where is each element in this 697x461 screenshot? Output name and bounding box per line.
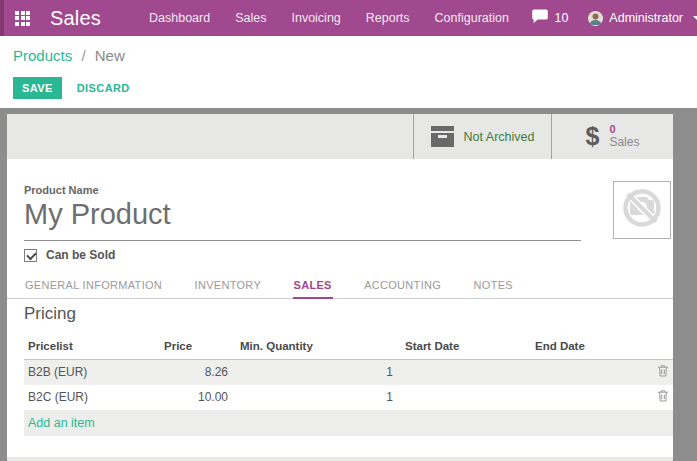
archive-status-button[interactable]: Not Archived bbox=[413, 114, 551, 159]
cell-start-date[interactable] bbox=[397, 360, 527, 385]
sales-stat-stack: 0 Sales bbox=[609, 123, 639, 149]
cell-pricelist[interactable]: B2C (EUR) bbox=[24, 385, 160, 410]
cell-end-date[interactable] bbox=[527, 385, 653, 410]
control-panel: Products / New SAVE DISCARD bbox=[0, 36, 697, 108]
tab-sales[interactable]: SALES bbox=[293, 275, 333, 299]
breadcrumb-products-link[interactable]: Products bbox=[13, 47, 72, 64]
col-header-end-date[interactable]: End Date bbox=[527, 336, 653, 360]
product-name-input[interactable] bbox=[24, 198, 581, 241]
breadcrumb-separator: / bbox=[81, 47, 85, 64]
menu-item-invoicing[interactable]: Invoicing bbox=[291, 11, 340, 25]
avatar bbox=[588, 11, 603, 26]
form-action-buttons: SAVE DISCARD bbox=[13, 77, 130, 99]
product-image-placeholder[interactable] bbox=[613, 181, 671, 239]
no-camera-icon bbox=[617, 183, 667, 237]
sales-stat-label: Sales bbox=[609, 136, 639, 150]
menu-item-reports[interactable]: Reports bbox=[366, 11, 410, 25]
cell-start-date[interactable] bbox=[397, 385, 527, 410]
breadcrumb: Products / New bbox=[13, 47, 125, 64]
breadcrumb-current: New bbox=[95, 47, 125, 64]
pricing-row-b2c[interactable]: B2C (EUR) 10.00 1 bbox=[24, 385, 673, 410]
messages-button[interactable]: 10 bbox=[531, 8, 568, 28]
col-header-pricelist[interactable]: Pricelist bbox=[24, 336, 160, 360]
navbar-right: 10 Administrator bbox=[531, 8, 697, 28]
discard-button[interactable]: DISCARD bbox=[77, 82, 130, 94]
delete-row-icon[interactable] bbox=[653, 385, 673, 410]
save-button[interactable]: SAVE bbox=[13, 77, 62, 99]
main-menu: Dashboard Sales Invoicing Reports Config… bbox=[149, 11, 509, 25]
archive-box-icon bbox=[431, 126, 454, 147]
chevron-down-icon bbox=[693, 16, 697, 20]
delete-row-icon[interactable] bbox=[653, 360, 673, 385]
navbar-edge bbox=[0, 0, 4, 36]
pricing-table: Pricelist Price Min. Quantity Start Date… bbox=[24, 336, 673, 436]
pricing-row-b2b[interactable]: B2B (EUR) 8.26 1 bbox=[24, 360, 673, 385]
tab-accounting[interactable]: ACCOUNTING bbox=[363, 275, 442, 297]
menu-item-sales[interactable]: Sales bbox=[235, 11, 266, 25]
add-item-row[interactable]: Add an item bbox=[24, 410, 673, 436]
can-be-sold-checkbox[interactable] bbox=[24, 249, 37, 262]
user-name: Administrator bbox=[609, 11, 683, 25]
cell-price[interactable]: 8.26 bbox=[160, 360, 232, 385]
top-navbar: Sales Dashboard Sales Invoicing Reports … bbox=[0, 0, 697, 36]
chat-bubble-icon bbox=[531, 8, 549, 28]
form-sheet: Not Archived $ 0 Sales Product Name bbox=[7, 114, 673, 461]
cell-end-date[interactable] bbox=[527, 360, 653, 385]
add-item-link[interactable]: Add an item bbox=[24, 410, 673, 436]
col-header-start-date[interactable]: Start Date bbox=[397, 336, 527, 360]
col-header-delete bbox=[653, 336, 673, 360]
notebook-tabs: GENERAL INFORMATION INVENTORY SALES ACCO… bbox=[7, 275, 673, 299]
product-name-label: Product Name bbox=[24, 184, 99, 196]
col-header-min-quantity[interactable]: Min. Quantity bbox=[232, 336, 397, 360]
menu-item-configuration[interactable]: Configuration bbox=[435, 11, 509, 25]
can-be-sold-label: Can be Sold bbox=[46, 248, 115, 262]
dollar-icon: $ bbox=[586, 124, 600, 149]
cell-price[interactable]: 10.00 bbox=[160, 385, 232, 410]
next-section-edge bbox=[7, 457, 673, 461]
tab-inventory[interactable]: INVENTORY bbox=[194, 275, 262, 297]
apps-grid-icon[interactable] bbox=[15, 11, 30, 26]
app-title: Sales bbox=[50, 7, 101, 30]
can-be-sold-row: Can be Sold bbox=[24, 248, 115, 262]
messages-count: 10 bbox=[554, 11, 568, 25]
user-menu[interactable]: Administrator bbox=[588, 11, 697, 26]
cell-pricelist[interactable]: B2B (EUR) bbox=[24, 360, 160, 385]
tab-general-information[interactable]: GENERAL INFORMATION bbox=[24, 275, 163, 297]
cell-min-quantity[interactable]: 1 bbox=[232, 385, 397, 410]
pricing-table-header-row: Pricelist Price Min. Quantity Start Date… bbox=[24, 336, 673, 360]
menu-item-dashboard[interactable]: Dashboard bbox=[149, 11, 210, 25]
tab-notes[interactable]: NOTES bbox=[473, 275, 514, 297]
status-button-band: Not Archived $ 0 Sales bbox=[7, 114, 673, 159]
pricing-section-title: Pricing bbox=[24, 304, 76, 324]
archive-status-label: Not Archived bbox=[464, 130, 535, 144]
col-header-price[interactable]: Price bbox=[160, 336, 232, 360]
cell-min-quantity[interactable]: 1 bbox=[232, 360, 397, 385]
sales-stat-button[interactable]: $ 0 Sales bbox=[551, 114, 673, 159]
